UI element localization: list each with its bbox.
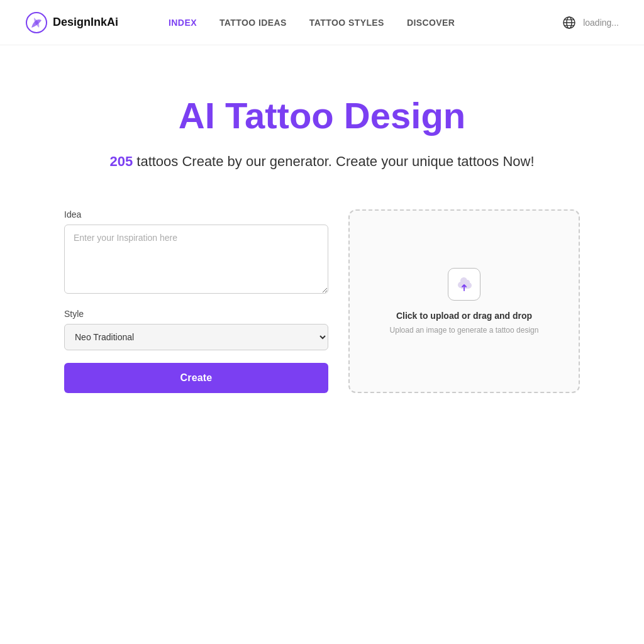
style-label: Style [64, 309, 328, 319]
logo-icon [25, 11, 48, 34]
hero-title: AI Tattoo Design [25, 96, 619, 136]
nav-tattoo-ideas[interactable]: TATTOO IDEAS [219, 18, 287, 28]
form-section: Idea Style Neo TraditionalTraditionalRea… [64, 209, 328, 393]
upload-sub-text: Upload an image to generate a tattoo des… [390, 326, 539, 335]
style-select[interactable]: Neo TraditionalTraditionalRealismWaterco… [64, 324, 328, 350]
globe-icon[interactable] [562, 15, 577, 30]
upload-cloud-icon [455, 275, 473, 293]
nav-discover[interactable]: DISCOVER [407, 18, 455, 28]
nav-index[interactable]: INDEX [169, 18, 197, 28]
nav-tattoo-styles[interactable]: TATTOO STYLES [309, 18, 384, 28]
idea-label: Idea [64, 209, 328, 219]
tattoo-count: 205 [109, 153, 133, 169]
upload-icon-wrap [448, 268, 480, 301]
brand-name: DesignInkAi [53, 16, 118, 29]
main-nav: INDEX TATTOO IDEAS TATTOO STYLES DISCOVE… [169, 18, 455, 28]
main-content: Idea Style Neo TraditionalTraditionalRea… [39, 209, 605, 431]
hero-desc-suffix: tattoos Create by our generator. Create … [133, 153, 534, 169]
logo[interactable]: DesignInkAi [25, 11, 118, 34]
upload-main-text: Click to upload or drag and drop [396, 311, 532, 321]
style-group: Style Neo TraditionalTraditionalRealismW… [64, 309, 328, 350]
upload-section[interactable]: Click to upload or drag and drop Upload … [348, 209, 580, 393]
idea-group: Idea [64, 209, 328, 296]
upload-or-text: or drag and drop [459, 311, 532, 321]
create-button[interactable]: Create [64, 363, 328, 393]
upload-click-text: Click to upload [396, 311, 459, 321]
header-right: loading... [562, 15, 619, 30]
hero-section: AI Tattoo Design 205 tattoos Create by o… [0, 45, 644, 209]
loading-status: loading... [583, 18, 619, 28]
hero-description: 205 tattoos Create by our generator. Cre… [25, 151, 619, 172]
idea-textarea[interactable] [64, 225, 328, 294]
